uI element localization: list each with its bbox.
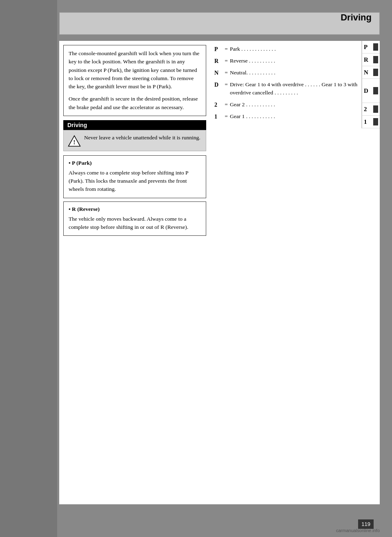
top-paragraph-1: The console-mounted gearshift will lock … [69,49,201,91]
gear-indicators: PRND21 [361,41,380,128]
header-bar [59,12,380,35]
warning-box: ! Never leave a vehicle unattended while… [63,130,206,151]
gear-indicator-letter: P [364,44,368,51]
gear-description: Park . . . . . . . . . . . . . [230,45,374,53]
gear-equals: = [223,69,230,77]
right-column: P=Park . . . . . . . . . . . . .R=Revers… [212,41,380,504]
gear-indicator-letter: D [364,87,368,94]
gear-description: Gear 1 . . . . . . . . . . . [230,112,374,121]
watermark: carmanualsonline.info [336,528,380,533]
gear-indicator-item: 1 [362,116,380,128]
gear-description: Gear 2 . . . . . . . . . . . [230,101,374,109]
gear-table: P=Park . . . . . . . . . . . . .R=Revers… [214,45,374,121]
page-title: Driving [341,12,372,23]
gear-indicator-item: N [362,66,380,79]
gear-indicator-letter: 2 [364,106,367,113]
gear-row: N=Neutral. . . . . . . . . . . [214,69,374,77]
park-box: • P (Park) Always come to a complete sto… [63,155,206,198]
gear-row: 2=Gear 2 . . . . . . . . . . . [214,101,374,109]
gear-indicator-bar [373,56,378,63]
reverse-box: • R (Reverse) The vehicle only moves bac… [63,201,206,236]
gear-indicator-letter: 1 [364,119,367,125]
gear-letter: 2 [214,101,223,109]
park-text: Always come to a complete stop before sh… [69,169,201,194]
reverse-text: The vehicle only moves backward. Always … [69,215,201,232]
gear-equals: = [223,101,230,109]
left-sidebar [0,0,57,537]
gear-row: 1=Gear 1 . . . . . . . . . . . [214,112,374,121]
warning-icon: ! [68,134,81,148]
gear-indicator-item: P [362,41,380,54]
gear-equals: = [223,57,230,65]
top-text-box: The console-mounted gearshift will lock … [63,45,206,116]
gear-letter: R [214,57,223,65]
gear-indicator-bar [373,69,378,76]
gear-indicator-item: R [362,54,380,66]
gear-equals: = [223,81,230,89]
gear-row: D=Drive: Gear 1 to 4 with overdrive . . … [214,81,374,97]
gear-description: Reverse . . . . . . . . . . [230,57,374,65]
park-title: • P (Park) [69,160,201,166]
gear-letter: N [214,69,223,77]
gear-letter: P [214,45,223,54]
page: Driving The console-mounted gearshift wi… [0,0,392,537]
gear-indicator-bar [373,105,378,113]
gear-indicator-item: D [362,79,380,103]
gear-indicator-letter: N [364,69,368,76]
gear-letter: 1 [214,112,223,121]
gear-equals: = [223,112,230,121]
gear-row: R=Reverse . . . . . . . . . . [214,57,374,65]
gear-equals: = [223,45,230,53]
gear-indicator-bar [373,87,378,94]
gear-indicator-bar [373,118,378,125]
content-area: The console-mounted gearshift will lock … [59,41,380,504]
page-number: 119 [358,519,374,529]
left-column: The console-mounted gearshift will lock … [59,41,210,504]
gear-description: Neutral. . . . . . . . . . . [230,69,374,77]
gear-letter: D [214,81,223,89]
driving-section-header: Driving [63,120,206,130]
gear-description: Drive: Gear 1 to 4 with overdrive . . . … [230,81,374,97]
svg-text:!: ! [74,139,76,145]
bottom-strip [59,506,380,537]
reverse-title: • R (Reverse) [69,206,201,213]
gear-indicator-bar [373,43,378,51]
gear-indicator-item: 2 [362,103,380,116]
gear-indicator-letter: R [364,56,368,63]
top-paragraph-2: Once the gearshift is secure in the desi… [69,95,201,112]
warning-text: Never leave a vehicle unattended while i… [84,134,200,142]
gear-row: P=Park . . . . . . . . . . . . . [214,45,374,54]
